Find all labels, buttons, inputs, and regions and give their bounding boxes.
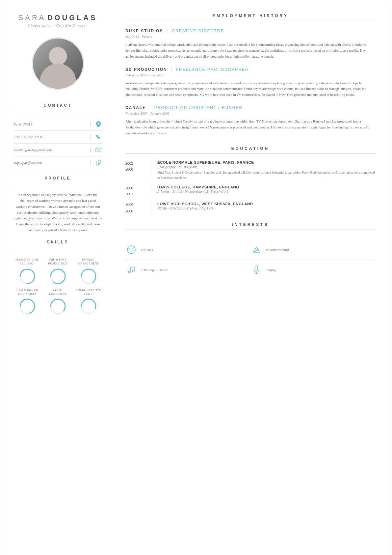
- job-2: SD PRODUCTION | FREELANCE PHOTOGRAPHER F…: [125, 66, 375, 105]
- skills-header: SKILLS: [13, 240, 102, 244]
- photo-placeholder: [33, 37, 83, 90]
- edu-3: 1995 2000 LOWE HIGH SCHOOL, West Sussex,…: [125, 202, 375, 214]
- interests-header: INTERESTS: [125, 222, 375, 227]
- profile-header: PROFILE: [13, 176, 102, 180]
- svg-point-15: [132, 270, 134, 272]
- edu-1-school: ÉCOLE NORMALE SUPERIEURE, Paris, France: [157, 160, 375, 164]
- edu-1-year-start: 2002: [125, 160, 152, 167]
- job-1: DUKE STUDIOS | CREATIVE DIRECTOR July 20…: [125, 28, 375, 66]
- edu-3-content: LOWE HIGH SCHOOL, West Sussex, England G…: [152, 202, 375, 214]
- skill-circle-2: [80, 268, 97, 285]
- contact-sep-2: [91, 134, 91, 140]
- arts-label: The Arts: [141, 248, 153, 252]
- skill-item-2: PROJECT MANAGEMENT: [75, 258, 102, 285]
- edu-3-degree: GCSEs - 9 GCSEs A-C (4 As, 4 Bs, 1 C): [157, 207, 375, 210]
- edu-1-year-end: 2006: [125, 166, 152, 173]
- mountain-icon: [250, 244, 262, 256]
- edu-3-years: 1995 2000: [125, 202, 152, 214]
- phone-icon: [95, 133, 102, 141]
- job-1-title: CREATIVE DIRECTOR: [172, 29, 224, 33]
- edu-2-degree: A-Levels - Art (A) / Photography (A) / F…: [157, 190, 375, 193]
- job-1-company: DUKE STUDIOS: [125, 29, 163, 33]
- interest-music: Listening To Music: [125, 260, 250, 280]
- contact-sep-4: [91, 160, 91, 165]
- skill-label-1: PRE & POST PRODUCTION: [44, 258, 71, 266]
- edu-2: 2000 2002 DAVIS COLLEGE, Hampshire, Engl…: [125, 185, 375, 198]
- music-label: Listening To Music: [141, 268, 168, 272]
- music-icon: [125, 264, 137, 276]
- edu-2-school: DAVIS COLLEGE, Hampshire, England: [157, 185, 375, 189]
- theater-icon: [125, 244, 137, 256]
- skills-grid: TUNGSTEN, HMI, LED (PRO) PRE & POST PROD…: [13, 258, 102, 315]
- job-3-desc: After graduating from university I joine…: [125, 119, 375, 136]
- contact-sep-1: [91, 122, 91, 127]
- right-column: EMPLOYMENT HISTORY DUKE STUDIOS | CREATI…: [112, 0, 392, 555]
- interests-divider: [125, 230, 375, 230]
- contact-divider: [13, 113, 102, 113]
- left-column: SARA DOUGLAS Photographer / Creative Dir…: [0, 0, 112, 555]
- skill-item-5: ADOBE CREATIVE SUITE: [75, 288, 102, 315]
- profile-divider: [13, 186, 102, 186]
- job-2-dates: February 2009 - June 2012: [125, 73, 375, 77]
- contact-email: saradouglas4@gmail.com: [13, 144, 102, 156]
- mountaineering-label: Mountaineering: [266, 248, 289, 252]
- email-icon: [95, 146, 102, 153]
- address-text: Paris, 75014: [13, 122, 87, 126]
- skill-item-4: FLASH EQUIPMENT: [44, 288, 71, 315]
- job-2-desc: Working with independent designers, adve…: [125, 80, 375, 98]
- singing-label: Singing: [266, 268, 277, 272]
- contact-header: CONTACT: [13, 103, 102, 108]
- job-3-dates: November 2006 - January 2009: [125, 112, 375, 115]
- job-2-title: FREELANCE PHOTOGRAPHER: [176, 67, 248, 72]
- job-2-company: SD PRODUCTION: [125, 67, 167, 72]
- skill-label-2: PROJECT MANAGEMENT: [75, 258, 102, 266]
- employment-divider: [125, 21, 375, 21]
- name-section: SARA DOUGLAS Photographer / Creative Dir…: [13, 14, 102, 27]
- edu-1-years: 2002 2006: [125, 160, 152, 180]
- mic-icon: [250, 264, 262, 276]
- name-display: SARA DOUGLAS: [13, 14, 102, 22]
- job-2-sep: |: [171, 67, 172, 72]
- education-divider: [125, 153, 375, 154]
- skill-label-5: ADOBE CREATIVE SUITE: [75, 288, 102, 296]
- profile-text: As an organised and highly creative indi…: [13, 192, 102, 233]
- contact-phone: +33 (0) 3097 38935: [13, 131, 102, 144]
- website-text: http://portfolio.com: [13, 161, 87, 165]
- subtitle: Photographer / Creative Director: [13, 23, 102, 27]
- link-icon: [95, 159, 102, 166]
- contact-website: http://portfolio.com: [13, 156, 102, 169]
- job-1-dates: July 2013 - Present: [125, 35, 375, 39]
- edu-2-year-start: 2000: [125, 185, 152, 191]
- skills-divider: [13, 250, 102, 250]
- job-3-header: CANAL+ | PRODUCTION ASSISTANT / RUNNER: [125, 104, 375, 110]
- edu-2-content: DAVIS COLLEGE, Hampshire, England A-Leve…: [152, 185, 375, 198]
- skill-label-3: FILM & DIGITAL TECHNIQUES: [13, 288, 41, 296]
- edu-3-year-start: 1995: [125, 202, 152, 208]
- skill-circle-5: [80, 298, 97, 315]
- edu-1-desc: Final Year Project & Dissertation - I st…: [157, 170, 375, 180]
- svg-rect-0: [96, 148, 101, 152]
- skill-circle-1: [49, 268, 66, 285]
- job-3: CANAL+ | PRODUCTION ASSISTANT / RUNNER N…: [125, 104, 375, 143]
- skill-circle-4: [49, 298, 66, 315]
- interest-mountaineering: Mountaineering: [250, 240, 376, 260]
- edu-3-year-end: 2000: [125, 208, 152, 214]
- job-2-header: SD PRODUCTION | FREELANCE PHOTOGRAPHER: [125, 66, 375, 72]
- contact-address: Paris, 75014: [13, 118, 102, 131]
- employment-header: EMPLOYMENT HISTORY: [125, 14, 375, 18]
- edu-1: 2002 2006 ÉCOLE NORMALE SUPERIEURE, Pari…: [125, 160, 375, 180]
- svg-rect-16: [255, 266, 258, 270]
- edu-1-degree: Photography - 2:1 BA (Hons): [157, 165, 375, 169]
- job-3-title: PRODUCTION ASSISTANT / RUNNER: [154, 105, 243, 110]
- svg-point-14: [128, 271, 130, 273]
- skill-item-1: PRE & POST PRODUCTION: [44, 258, 71, 285]
- edu-2-years: 2000 2002: [125, 185, 152, 198]
- last-name: DOUGLAS: [47, 14, 97, 22]
- edu-2-year-end: 2002: [125, 191, 152, 197]
- job-1-desc: Liaising closely with internal design, p…: [125, 42, 375, 60]
- interest-singing: Singing: [250, 260, 376, 280]
- education-header: EDUCATION: [125, 146, 375, 151]
- interest-arts: The Arts: [125, 240, 250, 260]
- edu-3-school: LOWE HIGH SCHOOL, West Sussex, England: [157, 202, 375, 206]
- skill-label-4: FLASH EQUIPMENT: [44, 288, 71, 296]
